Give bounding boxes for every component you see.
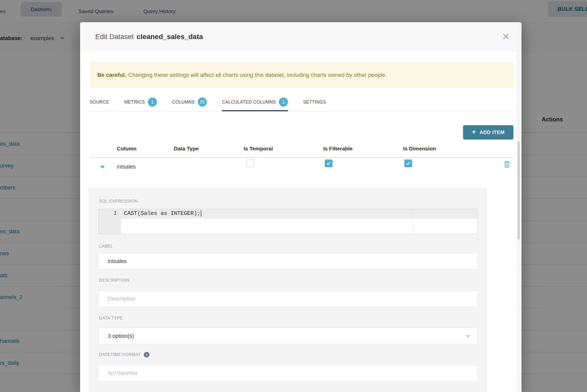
sql-code: CAST(Sales as INTEGER); bbox=[124, 210, 201, 217]
is-dimension-checkbox[interactable] bbox=[404, 159, 412, 167]
label-field-label: LABEL bbox=[99, 244, 113, 249]
info-icon[interactable]: i bbox=[144, 352, 149, 357]
modal-header: Edit Dataset cleaned_sales_data ✕ bbox=[80, 22, 521, 51]
column-header-is-dimension: Is Dimension bbox=[403, 146, 436, 152]
edit-dataset-modal: Edit Dataset cleaned_sales_data ✕ Be car… bbox=[80, 22, 521, 392]
calculated-column-name: intsales bbox=[117, 164, 136, 170]
check-icon bbox=[326, 160, 332, 166]
plus-icon: + bbox=[472, 128, 476, 136]
tab-label: METRICS bbox=[124, 100, 145, 105]
tab-label: SETTINGS bbox=[303, 100, 326, 105]
sql-expression-label: SQL EXPRESSION bbox=[99, 199, 138, 204]
datetime-format-field-label: DATETIME FORMAT i bbox=[99, 352, 149, 357]
add-item-label: ADD ITEM bbox=[479, 129, 505, 135]
expand-caret-icon[interactable] bbox=[100, 166, 105, 169]
sql-editor[interactable]: 1 CAST(Sales as INTEGER); bbox=[99, 209, 478, 234]
editor-line-number: 1 bbox=[99, 210, 117, 216]
column-header-is-filterable: Is Filterable bbox=[323, 146, 353, 152]
tab-settings[interactable]: SETTINGS bbox=[303, 93, 326, 111]
data-type-field-label: DATA TYPE bbox=[99, 316, 123, 321]
column-header-is-temporal: Is Temporal bbox=[244, 146, 273, 152]
tab-metrics[interactable]: METRICS 1 bbox=[124, 93, 157, 111]
close-icon[interactable]: ✕ bbox=[500, 31, 511, 42]
tab-label: CALCULATED COLUMNS bbox=[222, 100, 276, 105]
modal-title-dataset-name: cleaned_sales_data bbox=[137, 33, 203, 41]
is-filterable-checkbox[interactable] bbox=[325, 159, 333, 167]
count-badge: 25 bbox=[198, 97, 207, 107]
add-item-button[interactable]: + ADD ITEM bbox=[463, 125, 513, 140]
data-type-select[interactable]: 3 option(s) bbox=[99, 328, 478, 344]
datetime-format-input[interactable]: %Y/%m/%d bbox=[99, 365, 478, 381]
select-caret-icon[interactable] bbox=[466, 335, 470, 338]
description-field-label: DESCRIPTION bbox=[99, 278, 129, 283]
description-placeholder: Description bbox=[108, 296, 136, 302]
data-type-value: 3 option(s) bbox=[108, 333, 134, 339]
trash-icon[interactable] bbox=[503, 160, 511, 168]
warning-bold: Be careful. bbox=[97, 72, 126, 78]
columns-header-divider bbox=[90, 157, 513, 158]
modal-tabs: SOURCE METRICS 1 COLUMNS 25 CALCULATED C… bbox=[90, 93, 513, 111]
editor-print-margin bbox=[412, 209, 413, 234]
column-header-data-type: Data Type bbox=[174, 146, 199, 152]
tab-label: COLUMNS bbox=[172, 100, 195, 105]
modal-title: Edit Dataset cleaned_sales_data bbox=[95, 22, 203, 51]
warning-text: Changing these settings will affect all … bbox=[128, 72, 387, 78]
tab-calculated-columns[interactable]: CALCULATED COLUMNS 1 bbox=[222, 93, 288, 111]
calculated-column-detail-panel: SQL EXPRESSION 1 CAST(Sales as INTEGER);… bbox=[89, 188, 487, 392]
datetime-format-placeholder: %Y/%m/%d bbox=[108, 370, 137, 377]
label-input[interactable]: intsales bbox=[99, 253, 478, 269]
tab-source[interactable]: SOURCE bbox=[90, 93, 109, 111]
warning-banner: Be careful. Changing these settings will… bbox=[90, 62, 513, 88]
scrollbar-thumb[interactable] bbox=[518, 141, 520, 239]
label-input-value: intsales bbox=[108, 258, 127, 265]
column-header-column: Column bbox=[117, 146, 137, 152]
description-input[interactable]: Description bbox=[99, 290, 478, 307]
datetime-format-label-text: DATETIME FORMAT bbox=[99, 352, 141, 357]
tab-label: SOURCE bbox=[90, 100, 109, 105]
text-cursor bbox=[201, 210, 201, 217]
modal-scrollbar[interactable] bbox=[517, 23, 520, 391]
count-badge: 1 bbox=[148, 97, 157, 107]
modal-title-prefix: Edit Dataset bbox=[95, 33, 134, 41]
screen: es Datasets Saved Queries Query History … bbox=[0, 0, 587, 392]
tab-columns[interactable]: COLUMNS 25 bbox=[172, 93, 207, 111]
count-badge: 1 bbox=[279, 97, 288, 107]
is-temporal-checkbox[interactable] bbox=[246, 159, 254, 167]
check-icon bbox=[405, 160, 411, 166]
